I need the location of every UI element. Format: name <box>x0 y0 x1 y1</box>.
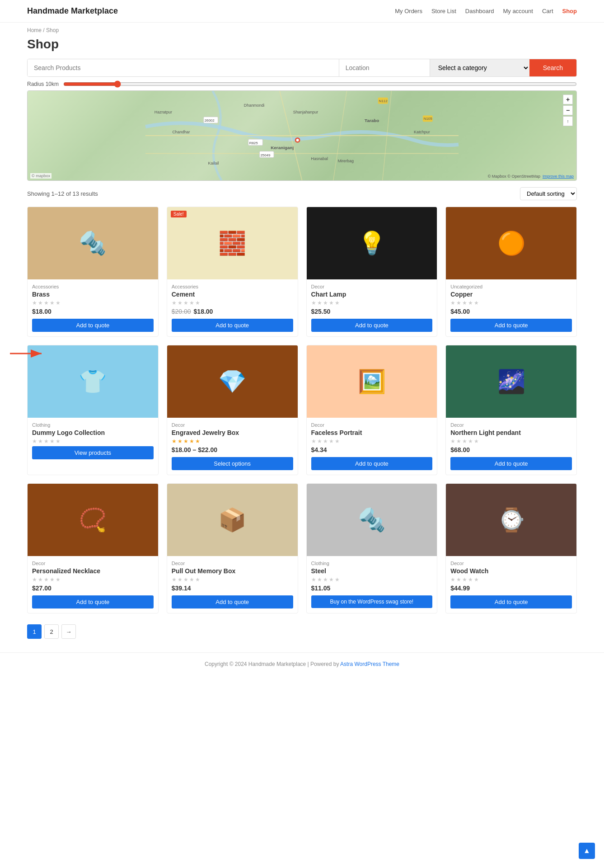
star-4: ★ <box>195 300 200 306</box>
star-0: ★ <box>311 300 316 306</box>
product-image: 👕 <box>28 345 158 418</box>
product-body: Decor Pull Out Memory Box ★★★★★ $39.14 A… <box>167 556 298 613</box>
product-stars: ★★★★★ <box>172 300 293 306</box>
arrow-annotation <box>5 347 46 362</box>
star-2: ★ <box>44 300 49 306</box>
add-to-quote-button[interactable]: Add to quote <box>450 595 572 609</box>
search-button[interactable]: Search <box>529 59 576 76</box>
nav-dashboard[interactable]: Dashboard <box>465 8 494 14</box>
search-bar: Select a category Search <box>27 59 577 77</box>
product-card-2: 🧱 Sale! Accessories Cement ★★★★★ $20.00$… <box>167 207 298 337</box>
location-input[interactable] <box>339 59 430 76</box>
product-image: 💡 <box>307 207 437 279</box>
add-to-quote-button[interactable]: Add to quote <box>311 457 433 470</box>
add-to-quote-button[interactable]: Add to quote <box>32 595 154 609</box>
product-image-wrapper: 🧱 Sale! <box>167 207 298 279</box>
site-logo: Handmade Marketplace <box>27 6 118 16</box>
product-card-11: 🔩 Clothing Steel ★★★★★ $11.05 Buy on the… <box>306 483 438 613</box>
star-0: ★ <box>32 576 37 583</box>
svg-text:Katchpur: Katchpur <box>414 130 430 134</box>
radius-bar: Radius 10km <box>27 80 577 88</box>
svg-text:26002: 26002 <box>205 118 215 123</box>
star-3: ★ <box>189 300 194 306</box>
map-compass[interactable]: ↑ <box>563 116 573 126</box>
breadcrumb-home[interactable]: Home <box>27 27 42 33</box>
product-name: Engraved Jewelry Box <box>172 429 293 436</box>
product-category: Accessories <box>32 284 154 289</box>
product-image-wrapper: 🖼️ <box>307 345 437 418</box>
results-bar: Showing 1–12 of 13 results Default sorti… <box>27 187 577 200</box>
star-1: ★ <box>456 438 461 444</box>
product-category: Decor <box>172 561 293 566</box>
product-price: $20.00$18.00 <box>172 308 293 315</box>
star-2: ★ <box>323 576 328 583</box>
product-category: Decor <box>32 561 154 566</box>
product-name: Cement <box>172 291 293 298</box>
product-body: Clothing Dummy Logo Collection ★★★★★ Vie… <box>28 418 158 464</box>
product-price: $68.00 <box>450 446 572 453</box>
product-name: Chart Lamp <box>311 291 433 298</box>
radius-slider[interactable] <box>63 80 577 88</box>
nav-my-orders[interactable]: My Orders <box>395 8 422 14</box>
add-to-quote-button[interactable]: Add to quote <box>450 457 572 470</box>
add-to-quote-button[interactable]: Add to quote <box>172 319 293 332</box>
star-1: ★ <box>456 300 461 306</box>
product-stars: ★★★★★ <box>311 576 433 583</box>
map-zoom-in[interactable]: + <box>563 94 573 104</box>
add-to-quote-button[interactable]: Add to quote <box>311 319 433 332</box>
product-price: $18.00 <box>32 308 154 315</box>
product-image-wrapper: 💎 <box>167 345 298 418</box>
nav-shop[interactable]: Shop <box>562 8 577 14</box>
nav-store-list[interactable]: Store List <box>431 8 456 14</box>
product-price: $25.50 <box>311 308 433 315</box>
star-0: ★ <box>450 576 455 583</box>
footer-text: Copyright © 2024 Handmade Marketplace | … <box>205 661 340 667</box>
product-stars: ★★★★★ <box>450 300 572 306</box>
star-0: ★ <box>172 576 177 583</box>
star-2: ★ <box>462 438 467 444</box>
product-price: $44.99 <box>450 585 572 592</box>
site-header: Handmade Marketplace My Orders Store Lis… <box>0 0 604 23</box>
product-name: Faceless Portrait <box>311 429 433 436</box>
category-select[interactable]: Select a category <box>430 59 529 76</box>
product-image: 📦 <box>167 484 298 556</box>
star-4: ★ <box>474 438 479 444</box>
map-container: Chandhar Hazratpur Kailail Keraniganj Ta… <box>27 90 577 181</box>
radius-label: Radius 10km <box>27 81 59 87</box>
nav-cart[interactable]: Cart <box>542 8 553 14</box>
sort-select[interactable]: Default sorting <box>520 187 577 200</box>
select-options-button[interactable]: Select options <box>172 457 293 470</box>
main-nav: My Orders Store List Dashboard My accoun… <box>395 8 577 14</box>
site-footer: Copyright © 2024 Handmade Marketplace | … <box>0 652 604 675</box>
add-to-quote-button[interactable]: Add to quote <box>450 319 572 332</box>
product-card-7: 🖼️ Decor Faceless Portrait ★★★★★ $4.34 A… <box>306 345 438 475</box>
star-0: ★ <box>172 300 177 306</box>
star-1: ★ <box>178 300 183 306</box>
map-placeholder: Chandhar Hazratpur Kailail Keraniganj Ta… <box>28 91 576 180</box>
nav-my-account[interactable]: My account <box>503 8 533 14</box>
map-zoom-out[interactable]: − <box>563 105 573 115</box>
svg-text:Shanjahanpur: Shanjahanpur <box>293 110 318 114</box>
star-4: ★ <box>474 576 479 583</box>
swag-button[interactable]: Buy on the WordPress swag store! <box>311 595 433 608</box>
star-3: ★ <box>468 576 473 583</box>
svg-text:Keraniganj: Keraniganj <box>271 145 294 150</box>
page-next-btn[interactable]: → <box>61 624 76 639</box>
product-name: Brass <box>32 291 154 298</box>
svg-text:N105: N105 <box>424 117 433 121</box>
view-products-button[interactable]: View products <box>32 446 154 459</box>
star-3: ★ <box>189 438 194 444</box>
product-body: Decor Personalized Necklace ★★★★★ $27.00… <box>28 556 158 613</box>
improve-map-link[interactable]: Improve this map <box>543 174 574 179</box>
page-btn-1[interactable]: 1 <box>27 624 42 639</box>
page-btn-2[interactable]: 2 <box>44 624 59 639</box>
product-image-wrapper: 🔩 <box>307 484 437 556</box>
product-card-5: 👕 Clothing Dummy Logo Collection ★★★★★ V… <box>27 345 159 475</box>
search-products-input[interactable] <box>28 59 339 76</box>
product-image: 🖼️ <box>307 345 437 418</box>
product-stars: ★★★★★ <box>450 438 572 444</box>
add-to-quote-button[interactable]: Add to quote <box>32 319 154 332</box>
footer-link[interactable]: Astra WordPress Theme <box>340 661 399 667</box>
add-to-quote-button[interactable]: Add to quote <box>172 595 293 609</box>
product-category: Clothing <box>311 561 433 566</box>
